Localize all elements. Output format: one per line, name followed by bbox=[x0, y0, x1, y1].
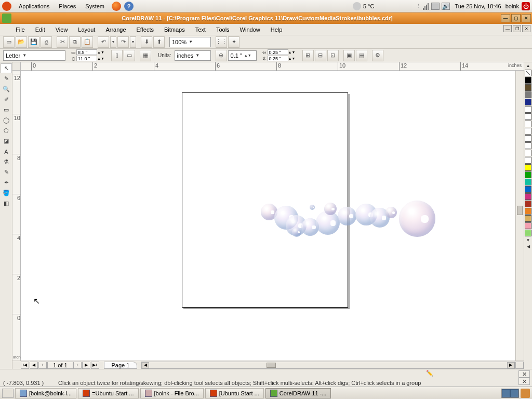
color-swatch[interactable] bbox=[525, 106, 531, 113]
disk-tray-icon[interactable] bbox=[431, 3, 440, 10]
page-tab-1[interactable]: Page 1 bbox=[104, 362, 138, 369]
vertical-scrollbar[interactable] bbox=[515, 71, 524, 361]
color-swatch[interactable] bbox=[525, 215, 531, 222]
volume-tray-icon[interactable]: 🔊 bbox=[442, 3, 450, 10]
menu-bitmaps[interactable]: Bitmaps bbox=[159, 26, 190, 33]
paper-size-combo[interactable]: Letter▼ bbox=[3, 50, 65, 61]
color-swatch[interactable] bbox=[525, 157, 531, 164]
menu-text[interactable]: Text bbox=[190, 26, 211, 33]
nudge-input[interactable]: 0.1 "▲▼ bbox=[228, 50, 257, 61]
dup-x-spinner[interactable]: ▲▼ bbox=[288, 50, 298, 54]
add-page-after-button[interactable]: + bbox=[73, 362, 82, 369]
hscroll-left[interactable]: ◀ bbox=[142, 362, 149, 368]
polygon-tool[interactable]: ⬠ bbox=[1, 126, 12, 136]
new-button[interactable]: ▭ bbox=[3, 36, 15, 48]
first-page-button[interactable]: I◀ bbox=[21, 362, 29, 369]
drawing-canvas[interactable]: ↖ bbox=[21, 71, 515, 361]
app-launcher-button[interactable]: ⋮⋮ bbox=[216, 36, 227, 48]
ubuntu-logo-icon[interactable] bbox=[2, 2, 11, 11]
copy-button[interactable]: ⧉ bbox=[69, 36, 81, 48]
shape-tool[interactable]: ✎ bbox=[1, 74, 12, 84]
color-swatch[interactable] bbox=[525, 164, 531, 171]
palette-scroll-down[interactable]: ▼ bbox=[526, 238, 530, 243]
show-desktop-button[interactable] bbox=[2, 389, 14, 398]
text-tool[interactable]: A bbox=[1, 147, 12, 156]
paste-button[interactable]: 📋 bbox=[82, 36, 93, 48]
color-swatch[interactable] bbox=[525, 121, 531, 127]
page-layout-button[interactable]: ▦ bbox=[140, 50, 151, 61]
ellipse-tool[interactable]: ◯ bbox=[1, 115, 12, 125]
eyedropper-tool[interactable]: ✎ bbox=[1, 167, 12, 177]
color-swatch[interactable] bbox=[525, 186, 531, 193]
export-button[interactable]: ⬆ bbox=[153, 36, 165, 48]
treat-as-filled-button[interactable]: ▣ bbox=[343, 50, 355, 61]
color-swatch[interactable] bbox=[525, 128, 531, 135]
gnome-menu-system[interactable]: System bbox=[81, 3, 109, 9]
color-swatch[interactable] bbox=[525, 135, 531, 142]
color-swatch[interactable] bbox=[525, 142, 531, 149]
horizontal-scrollbar[interactable]: ◀ ▶ bbox=[141, 362, 515, 369]
help-launcher-icon[interactable]: ? bbox=[124, 2, 134, 11]
close-button[interactable]: ✕ bbox=[522, 14, 531, 22]
palette-scroll-up[interactable]: ▲ bbox=[526, 63, 530, 68]
taskbar-item-active[interactable]: CorelDRAW 11 -... bbox=[265, 388, 331, 398]
bubble-object[interactable] bbox=[324, 203, 337, 215]
menu-file[interactable]: File bbox=[10, 26, 30, 33]
power-button-icon[interactable]: ⏻ bbox=[522, 2, 530, 10]
zoom-tool[interactable]: 🔍 bbox=[1, 84, 12, 94]
gnome-menu-applications[interactable]: Applications bbox=[15, 3, 54, 9]
snap-to-objects-button[interactable]: ⊡ bbox=[327, 50, 339, 61]
menu-layout[interactable]: Layout bbox=[73, 26, 100, 33]
menu-window[interactable]: Window bbox=[235, 26, 265, 33]
next-page-button[interactable]: ▶ bbox=[82, 362, 90, 369]
prev-page-button[interactable]: ◀ bbox=[30, 362, 38, 369]
corel-online-button[interactable]: ✦ bbox=[228, 36, 240, 48]
horizontal-ruler[interactable]: inches 02468101214 bbox=[21, 62, 524, 71]
color-swatch[interactable] bbox=[525, 193, 531, 200]
open-button[interactable]: 📂 bbox=[16, 36, 27, 48]
color-swatch[interactable] bbox=[525, 150, 531, 156]
dup-y-spinner[interactable]: ▲▼ bbox=[288, 57, 298, 60]
color-swatch[interactable] bbox=[525, 179, 531, 185]
fill-indicator-none-icon[interactable]: ✕ bbox=[518, 370, 530, 378]
color-swatch[interactable] bbox=[525, 113, 531, 120]
weather-icon[interactable] bbox=[353, 2, 361, 10]
user-name[interactable]: boink bbox=[506, 3, 519, 9]
add-page-before-button[interactable]: + bbox=[38, 362, 47, 369]
redo-button[interactable]: ↷ bbox=[117, 36, 129, 48]
no-color-swatch[interactable] bbox=[525, 70, 531, 76]
options-button[interactable]: ⚙ bbox=[372, 50, 383, 61]
palette-expand[interactable]: ◀ bbox=[527, 244, 530, 249]
hscroll-thumb[interactable] bbox=[267, 363, 276, 368]
title-bar[interactable]: CorelDRAW 11 - [C:\Program Files\Corel\C… bbox=[0, 12, 532, 24]
scroll-corner-button[interactable] bbox=[515, 362, 524, 369]
last-page-button[interactable]: ▶I bbox=[91, 362, 99, 369]
taskbar-item[interactable]: [boink@boink-l... bbox=[15, 388, 76, 398]
redo-dropdown[interactable]: ▼ bbox=[130, 36, 136, 48]
vertical-ruler[interactable]: inches 121086420 bbox=[12, 71, 21, 361]
save-button[interactable]: 💾 bbox=[28, 36, 39, 48]
snap-to-grid-button[interactable]: ⊞ bbox=[302, 50, 314, 61]
firefox-launcher-icon[interactable] bbox=[112, 2, 121, 11]
outline-indicator-none-icon[interactable]: ✕ bbox=[518, 378, 530, 385]
taskbar-item[interactable]: [boink - File Bro... bbox=[140, 388, 204, 398]
bubble-object[interactable] bbox=[338, 207, 356, 225]
bubble-object[interactable] bbox=[292, 228, 301, 237]
freehand-tool[interactable]: ✐ bbox=[1, 95, 12, 104]
mdi-close-button[interactable]: ✕ bbox=[522, 25, 530, 32]
pick-tool[interactable]: ↖ bbox=[1, 63, 12, 73]
zoom-combo[interactable]: 100%▼ bbox=[169, 37, 211, 47]
maximize-button[interactable]: ▢ bbox=[511, 14, 521, 22]
hscroll-right[interactable]: ▶ bbox=[507, 362, 514, 368]
dup-y-input[interactable]: 0.25 " bbox=[268, 56, 288, 61]
clock[interactable]: Tue 25 Nov, 18:46 bbox=[455, 3, 501, 9]
undo-dropdown[interactable]: ▼ bbox=[110, 36, 116, 48]
landscape-button[interactable]: ▭ bbox=[124, 50, 135, 61]
ruler-origin[interactable] bbox=[12, 62, 21, 71]
bubble-object[interactable] bbox=[310, 205, 315, 210]
menu-arrange[interactable]: Arrange bbox=[100, 26, 131, 33]
bubble-object[interactable] bbox=[399, 201, 435, 237]
taskbar-item[interactable]: [Ubuntu Start ... bbox=[205, 388, 264, 398]
dup-x-input[interactable]: 0.25 " bbox=[268, 49, 288, 55]
rectangle-tool[interactable]: ▭ bbox=[1, 105, 12, 115]
